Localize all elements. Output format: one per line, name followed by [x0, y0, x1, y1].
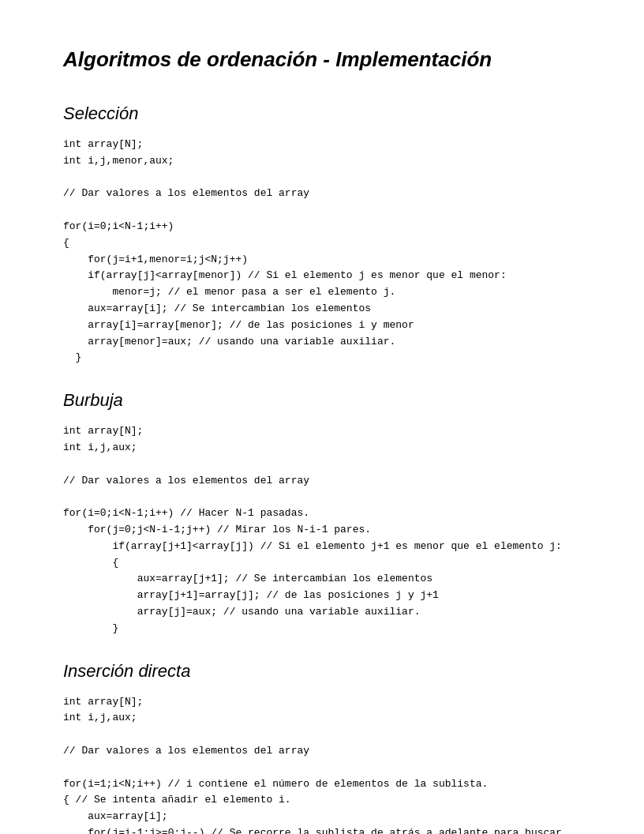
section-title-burbuja: Burbuja — [63, 390, 581, 411]
section-seleccion: Selecciónint array[N]; int i,j,menor,aux… — [63, 103, 581, 366]
code-block-burbuja: int array[N]; int i,j,aux; // Dar valore… — [63, 423, 581, 637]
code-block-seleccion: int array[N]; int i,j,menor,aux; // Dar … — [63, 137, 581, 366]
section-title-seleccion: Selección — [63, 103, 581, 124]
section-title-insercion-directa: Inserción directa — [63, 661, 581, 682]
section-burbuja: Burbujaint array[N]; int i,j,aux; // Dar… — [63, 390, 581, 637]
code-block-insercion-directa: int array[N]; int i,j,aux; // Dar valore… — [63, 694, 581, 834]
page-title: Algoritmos de ordenación - Implementació… — [63, 47, 581, 72]
section-insercion-directa: Inserción directaint array[N]; int i,j,a… — [63, 661, 581, 834]
